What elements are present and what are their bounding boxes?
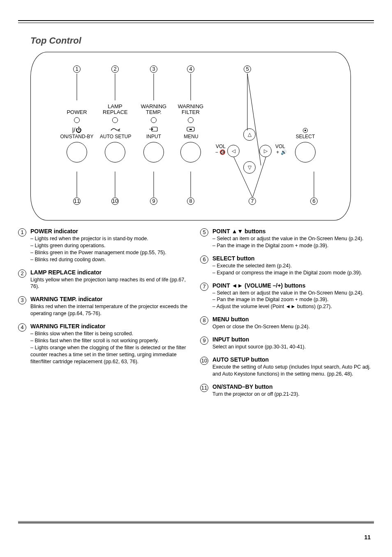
label-warn-temp-1: WARNING — [139, 103, 168, 109]
select-button[interactable] — [295, 142, 316, 162]
point-left-button[interactable]: ◁ — [227, 145, 240, 157]
point-right-button[interactable]: ▷ — [259, 145, 272, 157]
item-title-10: AUTO SETUP button — [212, 356, 374, 363]
point-down-button[interactable]: ▽ — [243, 161, 256, 174]
point-up-button[interactable]: △ — [243, 128, 256, 141]
label-power: POWER — [65, 109, 89, 115]
item-num-10: 10 — [200, 357, 208, 365]
callout-8: 8 — [187, 197, 194, 205]
item-desc-3: Blinks red when the internal temperature… — [30, 303, 192, 317]
item-title-3: WARNING TEMP. indicator — [30, 296, 192, 302]
label-autosetup: AUTO SETUP — [100, 134, 131, 139]
temp-indicator-icon — [151, 117, 157, 123]
item-title-7: POINT ◄► (VOLUME –/+) buttons — [212, 282, 374, 289]
item-desc-11: Turn the projector on or off (pp.21-23). — [212, 391, 374, 398]
label-warn-filter-1: WARNING — [176, 103, 205, 109]
menu-icon — [186, 126, 195, 133]
autosetup-icon: A — [110, 126, 121, 133]
label-warn-filter-2: FILTER — [176, 109, 205, 115]
label-lamp-2: REPLACE — [103, 109, 127, 115]
section-title: Top Control — [30, 35, 374, 46]
bottom-divider — [18, 521, 374, 523]
callout-6: 6 — [310, 197, 318, 205]
input-icon — [149, 126, 158, 133]
callout-3: 3 — [150, 65, 157, 73]
description-columns: 1 POWER indicator – Lights red when the … — [18, 228, 374, 404]
lamp-indicator-icon — [112, 117, 118, 123]
callout-11: 11 — [73, 197, 81, 205]
item-title-2: LAMP REPLACE indicator — [30, 269, 192, 276]
item-num-5: 5 — [200, 228, 208, 237]
input-button[interactable] — [143, 142, 164, 162]
svg-text:A: A — [118, 129, 120, 132]
label-onstandby: ON/STAND-BY — [56, 134, 97, 139]
callout-7: 7 — [249, 197, 256, 205]
top-divider — [18, 20, 374, 23]
select-dot-icon — [303, 128, 308, 133]
filter-indicator-icon — [188, 117, 194, 123]
callout-10: 10 — [111, 197, 119, 205]
svg-rect-16 — [189, 129, 192, 130]
item-num-1: 1 — [18, 228, 26, 237]
svg-line-11 — [253, 157, 266, 197]
item-title-8: MENU button — [212, 316, 374, 323]
item-desc-8: Open or close the On-Screen Menu (p.24). — [212, 323, 374, 330]
item-desc-9: Select an input source (pp.30-31, 40-41)… — [212, 343, 374, 350]
item-title-6: SELECT button — [212, 255, 374, 262]
label-lamp-1: LAMP — [103, 103, 127, 109]
svg-rect-14 — [152, 127, 157, 131]
item-desc-7: – Select an item or adjust the value in … — [212, 290, 374, 311]
label-input: INPUT — [145, 134, 162, 139]
item-num-11: 11 — [200, 384, 208, 392]
item-desc-5: – Select an item or adjust the value in … — [212, 235, 374, 249]
menu-button[interactable] — [180, 142, 201, 162]
label-vol-plus-2: + 🔊 — [273, 149, 290, 155]
item-title-1: POWER indicator — [30, 228, 192, 234]
power-icon: |/⏻ — [71, 126, 83, 133]
item-title-11: ON/STAND–BY button — [212, 383, 374, 390]
item-num-3: 3 — [18, 296, 26, 304]
svg-line-5 — [247, 74, 261, 165]
item-title-5: POINT ▲▼ buttons — [212, 228, 374, 234]
item-desc-6: – Execute the selected item (p.24).– Exp… — [212, 262, 374, 276]
callout-4: 4 — [187, 65, 194, 73]
item-desc-4: – Blinks slow when the filter is being s… — [30, 330, 192, 365]
autosetup-button[interactable] — [105, 142, 125, 162]
callout-2: 2 — [111, 65, 119, 73]
label-vol-minus-1: VOL — [212, 144, 226, 149]
callout-9: 9 — [150, 197, 157, 205]
item-title-4: WARNING FILTER indicator — [30, 323, 192, 330]
item-num-6: 6 — [200, 255, 208, 264]
control-panel-diagram: 1 2 3 4 5 11 10 9 8 7 6 POWER LA — [30, 52, 351, 220]
label-select: SELECT — [294, 134, 317, 139]
onstandby-button[interactable] — [67, 142, 87, 162]
item-desc-1: – Lights red when the projector is in st… — [30, 235, 192, 263]
item-num-4: 4 — [18, 323, 26, 332]
page-number: 11 — [364, 534, 371, 541]
callout-5: 5 — [244, 65, 251, 73]
item-desc-10: Execute the setting of Auto setup (inclu… — [212, 364, 374, 378]
label-vol-plus-1: VOL — [273, 144, 287, 149]
item-desc-2: Lights yellow when the projection lamp r… — [30, 276, 192, 290]
callout-1: 1 — [73, 65, 81, 73]
power-indicator-icon — [74, 117, 80, 123]
label-warn-temp-2: TEMP. — [139, 109, 168, 115]
item-num-7: 7 — [200, 283, 208, 291]
label-vol-minus-2: − 🔇 — [212, 149, 226, 155]
label-menu: MENU — [183, 134, 199, 139]
item-num-8: 8 — [200, 316, 208, 325]
item-num-2: 2 — [18, 269, 26, 278]
item-title-9: INPUT button — [212, 336, 374, 343]
item-num-9: 9 — [200, 337, 208, 345]
